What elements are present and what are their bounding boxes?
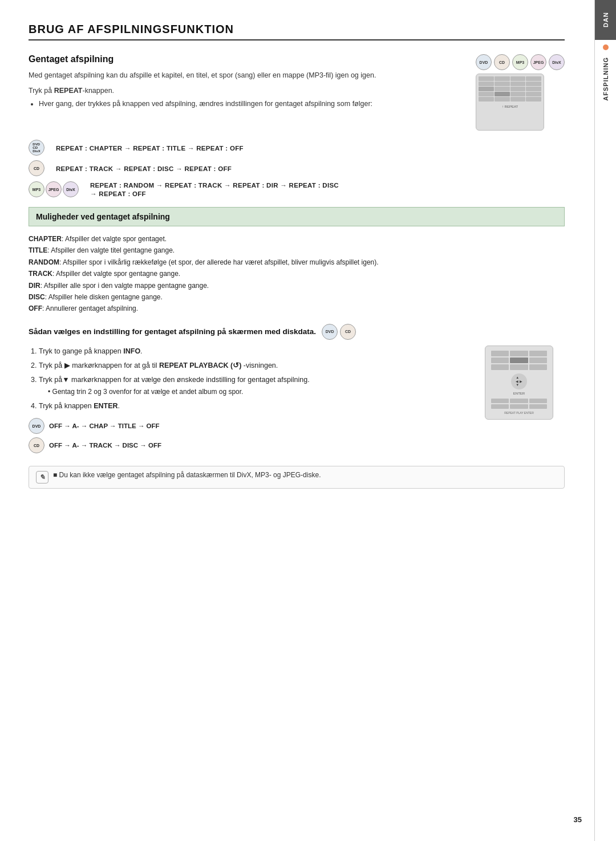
section1-tryk: Tryk på REPEAT-knappen. bbox=[29, 86, 467, 96]
repeat-text-3: REPEAT : RANDOM → REPEAT : TRACK → REPEA… bbox=[90, 182, 339, 189]
cd-icon: CD bbox=[494, 54, 510, 70]
repeat-text-2: REPEAT : TRACK → REPEAT : DISC → REPEAT … bbox=[56, 165, 232, 172]
repeat-sequences: DVDCDDivX REPEAT : CHAPTER → REPEAT : TI… bbox=[29, 140, 565, 198]
section1-bullet: Hver gang, der trykkes på knappen ved af… bbox=[39, 99, 467, 109]
desc-track: TRACK: Afspiller det valgte spor gentagn… bbox=[29, 268, 565, 279]
jpeg-icon: JPEG bbox=[530, 54, 546, 70]
sidebar-dot bbox=[603, 44, 609, 50]
off-sequences: DVD OFF → A- → CHAP → TITLE → OFF CD OFF… bbox=[29, 418, 473, 453]
term-dir: DIR bbox=[29, 282, 40, 290]
step-4-bold: ENTER bbox=[94, 402, 117, 410]
repeat-bold: REPEAT bbox=[54, 87, 83, 95]
saadan-section: Sådan vælges en indstilling for gentaget… bbox=[29, 324, 565, 459]
remote-image-top: DVD CD MP3 JPEG DivX ↑ REPEAT bbox=[476, 54, 565, 131]
term-chapter: CHAPTER bbox=[29, 235, 62, 243]
remote-center-button: ▲◀ ▶▼ bbox=[511, 373, 527, 389]
desc-dir: DIR: Afspiller alle spor i den valgte ma… bbox=[29, 280, 565, 291]
repeat-icons-1: DVDCDDivX bbox=[29, 140, 44, 156]
bottom-section-row: Tryk to gange på knappen INFO. Tryk på ▶… bbox=[29, 346, 565, 459]
divx-icon: DivX bbox=[549, 54, 565, 70]
remote-sketch-bottom: ▲◀ ▶▼ ENTER REPEAT PLAY ENTER bbox=[485, 346, 553, 420]
off-dvd-icon: DVD bbox=[29, 418, 44, 434]
muligheder-box: Muligheder ved gentaget afspilning bbox=[29, 207, 565, 226]
section1-intro: Med gentaget afspilning kan du afspille … bbox=[29, 70, 467, 81]
saadan-device-icons: DVD CD bbox=[322, 324, 356, 340]
jpeg-icon-2: JPEG bbox=[46, 181, 62, 197]
term-off: OFF bbox=[29, 304, 42, 312]
term-disc: DISC bbox=[29, 293, 45, 301]
page-header: BRUG AF AFSPILNINGSFUNKTION bbox=[29, 23, 565, 40]
page-number: 35 bbox=[574, 815, 582, 824]
term-random: RANDOM bbox=[29, 258, 59, 266]
remote-sketch-bottom-wrapper: ▲◀ ▶▼ ENTER REPEAT PLAY ENTER bbox=[485, 346, 565, 420]
desc-list: CHAPTER: Afspiller det valgte spor genta… bbox=[29, 233, 565, 315]
mp3-icon-2: MP3 bbox=[29, 181, 44, 197]
dvd-cd-divx-icon: DVDCDDivX bbox=[29, 140, 44, 156]
cd-icon-saadan: CD bbox=[340, 324, 356, 340]
dvd-icon-saadan: DVD bbox=[322, 324, 338, 340]
note-box: ✎ ■ Du kan ikke vælge gentaget afspilnin… bbox=[29, 466, 565, 489]
repeat-icons-2: CD bbox=[29, 160, 44, 176]
note-text: ■ Du kan ikke vælge gentaget afspilning … bbox=[53, 471, 321, 479]
mp3-icon: MP3 bbox=[512, 54, 528, 70]
sidebar-dan-label: DAN bbox=[595, 0, 616, 40]
off-row-dvd: DVD OFF → A- → CHAP → TITLE → OFF bbox=[29, 418, 473, 434]
step-3-sub-item: Gentag trin 2 og 3 ovenfor for at vælge … bbox=[48, 386, 473, 397]
step-3: Tryk på▼ markørknappen for at vælge den … bbox=[39, 374, 473, 398]
saadan-title: Sådan vælges en indstilling for gentaget… bbox=[29, 327, 316, 336]
repeat-icons-3: MP3 JPEG DivX bbox=[29, 181, 79, 197]
divx-icon-2: DivX bbox=[63, 181, 79, 197]
muligheder-title: Muligheder ved gentaget afspilning bbox=[36, 212, 170, 221]
repeat-text-3b: → REPEAT : OFF bbox=[90, 190, 146, 197]
note-icon: ✎ bbox=[36, 471, 48, 484]
repeat-text-1: REPEAT : CHAPTER → REPEAT : TITLE → REPE… bbox=[56, 145, 244, 152]
term-track: TRACK bbox=[29, 270, 52, 278]
step-3-sub: Gentag trin 2 og 3 ovenfor for at vælge … bbox=[39, 386, 473, 397]
device-icons-top: DVD CD MP3 JPEG DivX bbox=[476, 54, 565, 70]
off-text-cd: OFF → A- → TRACK → DISC → OFF bbox=[49, 442, 161, 449]
step-1-bold: INFO bbox=[123, 347, 140, 355]
off-cd-icon: CD bbox=[29, 437, 44, 453]
section1-title: Gentaget afspilning bbox=[29, 54, 467, 64]
steps-and-off: Tryk to gange på knappen INFO. Tryk på ▶… bbox=[29, 346, 473, 459]
sidebar-afspilning-label: AFSPILNING bbox=[602, 57, 609, 101]
step-1: Tryk to gange på knappen INFO. bbox=[39, 346, 473, 357]
desc-title: TITLE: Afspiller den valgte titel gentag… bbox=[29, 245, 565, 256]
desc-disc: DISC: Afspiller hele disken gentagne gan… bbox=[29, 291, 565, 303]
repeat-row-2: CD REPEAT : TRACK → REPEAT : DISC → REPE… bbox=[29, 160, 565, 176]
page-title: BRUG AF AFSPILNINGSFUNKTION bbox=[29, 23, 234, 35]
step-4: Tryk på knappen ENTER. bbox=[39, 400, 473, 412]
desc-chapter: CHAPTER: Afspiller det valgte spor genta… bbox=[29, 233, 565, 245]
off-row-cd: CD OFF → A- → TRACK → DISC → OFF bbox=[29, 437, 473, 453]
saadan-header: Sådan vælges en indstilling for gentaget… bbox=[29, 324, 565, 340]
off-text-dvd: OFF → A- → CHAP → TITLE → OFF bbox=[49, 422, 160, 429]
right-sidebar: DAN AFSPILNING bbox=[594, 0, 616, 841]
term-title: TITLE bbox=[29, 246, 47, 254]
repeat-row-1: DVDCDDivX REPEAT : CHAPTER → REPEAT : TI… bbox=[29, 140, 565, 156]
steps-list: Tryk to gange på knappen INFO. Tryk på ▶… bbox=[29, 346, 473, 412]
desc-off: OFF: Annullerer gentaget afspilning. bbox=[29, 303, 565, 314]
desc-random: RANDOM: Afspiller spor i vilkårlig række… bbox=[29, 257, 565, 268]
repeat-row-3: MP3 JPEG DivX REPEAT : RANDOM → REPEAT :… bbox=[29, 181, 565, 198]
step-2: Tryk på ▶ markørknappen for at gå til RE… bbox=[39, 360, 473, 372]
remote-sketch-top: ↑ REPEAT bbox=[476, 74, 544, 131]
dvd-icon: DVD bbox=[476, 54, 492, 70]
cd-icon-2: CD bbox=[29, 160, 44, 176]
section1-header: Gentaget afspilning Med gentaget afspiln… bbox=[29, 54, 565, 131]
step-2-bold: REPEAT PLAYBACK (↺) bbox=[159, 361, 241, 369]
